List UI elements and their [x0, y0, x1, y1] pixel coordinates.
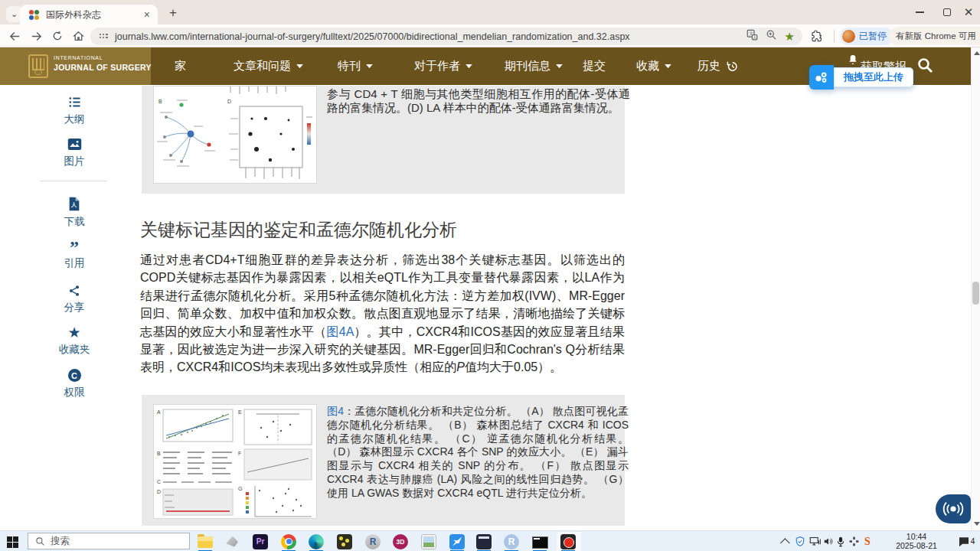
svg-text:A: A	[157, 409, 161, 415]
tray-shield-icon[interactable]	[793, 531, 807, 551]
profile-avatar	[842, 30, 855, 43]
header-search-icon[interactable]	[916, 56, 934, 77]
taskbar-game-app[interactable]	[333, 533, 356, 550]
taskbar-bluebird-app[interactable]	[446, 533, 469, 550]
notification-badge: 4	[971, 537, 975, 546]
figure4-thumbnail[interactable]: A B C	[153, 404, 317, 519]
profile-status: 已暂停	[859, 30, 887, 43]
journal-logo-block[interactable]: INTERNATIONAL JOURNAL OF SURGERY	[0, 47, 151, 85]
zoom-icon[interactable]	[766, 29, 777, 44]
window-maximize-button[interactable]	[936, 0, 959, 24]
netdisk-icon	[809, 65, 834, 90]
taskbar-3ds-max[interactable]: 3D	[389, 533, 412, 550]
taskbar-photos[interactable]	[417, 533, 440, 550]
translate-icon[interactable]: 文A	[746, 29, 758, 44]
nav-submit[interactable]: 提交	[583, 47, 606, 85]
section-heading: 关键标记基因的鉴定和孟德尔随机化分析	[140, 218, 457, 242]
nav-for-authors[interactable]: 对于作者	[414, 47, 472, 85]
svg-text:F: F	[238, 451, 241, 456]
rail-item-favorites[interactable]: ★ 收藏夹	[32, 326, 116, 357]
rail-item-permissions[interactable]: C 权限	[32, 369, 116, 399]
listen-floating-button[interactable]	[936, 494, 971, 523]
forward-button[interactable]	[28, 28, 44, 44]
window-close-button[interactable]: ✕	[957, 0, 980, 24]
scroll-down-arrow[interactable]	[974, 522, 980, 526]
tray-expand-chevron[interactable]	[779, 531, 793, 551]
article-paragraph: 通过对患者CD4+T细胞亚群的差异表达分析，筛选出38个关键标志基因。以筛选出的…	[140, 251, 625, 377]
back-button[interactable]	[6, 28, 23, 44]
rail-divider	[40, 181, 107, 181]
home-button[interactable]	[70, 28, 87, 44]
nav-journal-info[interactable]: 期刊信息	[505, 47, 563, 85]
toolbar-divider	[834, 30, 835, 42]
taskbar-file-explorer[interactable]	[194, 533, 217, 550]
taskbar-edge[interactable]	[305, 533, 328, 550]
scrollbar-thumb[interactable]	[972, 282, 979, 305]
taskbar-premiere[interactable]: Pr	[249, 533, 272, 550]
taskbar-terminal[interactable]	[472, 533, 495, 550]
figure3-thumbnail[interactable]: B D	[153, 86, 317, 184]
svg-text:B: B	[158, 99, 162, 104]
figure4-caption: 图4：孟德尔随机化分析和共定位分析。 （A） 散点图可视化孟德尔随机化分析结果。…	[327, 405, 629, 500]
rail-item-outline[interactable]: 大纲	[32, 96, 116, 126]
taskbar-3d-viewer[interactable]	[220, 533, 243, 550]
web-page: INTERNATIONAL JOURNAL OF SURGERY 家 文章和问题…	[0, 47, 980, 530]
taskbar-recorder[interactable]	[557, 533, 580, 550]
taskbar-rstudio[interactable]: R	[500, 533, 523, 550]
drag-upload-tooltip[interactable]: 拖拽至此上传	[809, 65, 913, 90]
tab-title: 国际外科杂志	[46, 8, 144, 21]
clock-date: 2025-08-21	[894, 542, 939, 551]
chevron-down-icon	[296, 64, 303, 69]
rail-item-cite[interactable]: ” 引用	[32, 242, 116, 270]
start-button[interactable]	[7, 536, 18, 548]
window-minimize-button[interactable]	[908, 0, 931, 24]
tray-s-app-icon[interactable]: S	[861, 531, 874, 551]
chevron-down-icon	[665, 64, 671, 69]
tray-volume-icon[interactable]	[822, 531, 835, 551]
taskbar-chrome[interactable]	[277, 533, 300, 550]
profile-chip[interactable]: 已暂停	[840, 28, 893, 45]
rail-item-download[interactable]: 人 下载	[32, 197, 116, 229]
tab-close-icon[interactable]: ×	[144, 8, 150, 21]
svg-text:D: D	[157, 489, 161, 494]
taskbar-console-window[interactable]	[528, 533, 551, 550]
drag-upload-label: 拖拽至此上传	[834, 67, 913, 87]
tray-network-icon[interactable]	[808, 531, 822, 551]
taskbar-r-project[interactable]: R	[361, 533, 384, 550]
tray-remote-icon[interactable]	[847, 531, 861, 551]
nav-history[interactable]: 历史	[697, 47, 739, 85]
nav-home[interactable]: 家	[175, 47, 186, 85]
svg-text:G: G	[238, 486, 242, 491]
nav-collections[interactable]: 收藏	[636, 47, 671, 85]
reload-button[interactable]	[49, 28, 66, 44]
address-bar[interactable]: journals.lww.com/international-journal-o…	[90, 28, 802, 45]
taskbar-search-box[interactable]: 搜索	[28, 533, 190, 549]
figure4a-link[interactable]: 图4A	[327, 325, 354, 338]
browser-tab[interactable]: 国际外科杂志 ×	[20, 5, 158, 24]
svg-text:B: B	[157, 451, 161, 456]
notification-center[interactable]: 4	[956, 531, 977, 551]
extensions-icon[interactable]	[808, 28, 825, 44]
taskbar-clock[interactable]: 10:44 2025-08-21	[894, 533, 939, 550]
chrome-update-button[interactable]: 有新版 Chrome 可用	[889, 27, 980, 45]
scroll-up-arrow[interactable]	[974, 51, 980, 55]
bookmark-star-icon[interactable]: ★	[785, 31, 795, 42]
site-permissions-icon[interactable]	[100, 34, 108, 40]
history-icon	[725, 60, 739, 73]
clock-time: 10:44	[894, 533, 939, 542]
nav-articles-issues[interactable]: 文章和问题	[234, 47, 303, 85]
rail-item-images[interactable]: 图片	[32, 138, 116, 168]
screen: ⌄ 国际外科杂志 × + ✕ journals.lww.com/internat…	[0, 0, 980, 551]
figure3-caption: 参与 CD4 + T 细胞与其他类型细胞相互作用的配体-受体通路的富集情况。(D…	[327, 87, 630, 114]
new-tab-button[interactable]: +	[165, 5, 181, 21]
svg-text:E: E	[238, 409, 242, 415]
rail-item-share[interactable]: 分享	[32, 285, 116, 315]
nav-special-issues[interactable]: 特刊	[338, 47, 373, 85]
svg-text:D: D	[227, 99, 231, 104]
chevron-down-icon	[556, 64, 563, 69]
article-toolbar-rail: 大纲 图片 人 下载 ” 引用 分享 ★ 收藏夹	[32, 85, 116, 530]
tray-microphone-icon[interactable]	[835, 531, 847, 551]
svg-text:人: 人	[70, 202, 77, 208]
figure4-link[interactable]: 图4	[327, 405, 344, 417]
tab-favicon	[29, 10, 39, 20]
